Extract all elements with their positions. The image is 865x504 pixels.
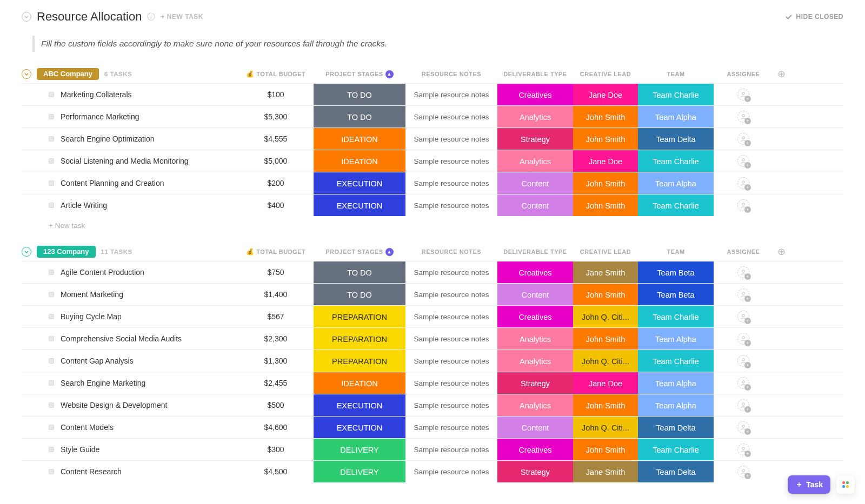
lead-cell[interactable]: John Smith xyxy=(573,194,638,216)
col-notes[interactable]: RESOURCE NOTES xyxy=(405,248,497,255)
assignee-cell[interactable] xyxy=(714,372,773,394)
col-lead[interactable]: CREATIVE LEAD xyxy=(573,71,638,77)
add-column-icon[interactable]: ⊕ xyxy=(773,246,789,258)
task-name-cell[interactable]: Marketing Collaterals xyxy=(22,84,238,105)
deliverable-cell[interactable]: Analytics xyxy=(497,106,573,127)
fab-new-task-button[interactable]: ＋ Task xyxy=(788,475,830,494)
stage-cell[interactable]: DELIVERY xyxy=(314,461,405,482)
lead-cell[interactable]: John Smith xyxy=(573,394,638,416)
task-row[interactable]: Search Engine Marketing $2,455 IDEATION … xyxy=(22,372,843,394)
task-row[interactable]: Article Writing $400 EXECUTION Sample re… xyxy=(22,194,843,216)
budget-cell[interactable]: $750 xyxy=(238,261,314,283)
notes-cell[interactable]: Sample resource notes xyxy=(405,372,497,394)
status-dot-icon[interactable] xyxy=(49,203,54,208)
assignee-empty-icon[interactable] xyxy=(737,199,749,211)
stage-cell[interactable]: TO DO xyxy=(314,84,405,105)
deliverable-cell[interactable]: Content xyxy=(497,172,573,194)
status-dot-icon[interactable] xyxy=(49,380,54,386)
assignee-empty-icon[interactable] xyxy=(737,111,749,123)
task-row[interactable]: Content Gap Analysis $1,300 PREPARATION … xyxy=(22,350,843,372)
assignee-empty-icon[interactable] xyxy=(737,311,749,322)
col-team[interactable]: TEAM xyxy=(638,248,714,255)
task-name-cell[interactable]: Buying Cycle Map xyxy=(22,306,238,327)
task-row[interactable]: Style Guide $300 DELIVERY Sample resourc… xyxy=(22,438,843,460)
notes-cell[interactable]: Sample resource notes xyxy=(405,261,497,283)
notes-cell[interactable]: Sample resource notes xyxy=(405,416,497,438)
budget-cell[interactable]: $2,455 xyxy=(238,372,314,394)
lead-cell[interactable]: Jane Doe xyxy=(573,84,638,105)
notes-cell[interactable]: Sample resource notes xyxy=(405,461,497,482)
assignee-empty-icon[interactable] xyxy=(737,288,749,300)
assignee-empty-icon[interactable] xyxy=(737,155,749,167)
deliverable-cell[interactable]: Strategy xyxy=(497,372,573,394)
task-row[interactable]: Performance Marketing $5,300 TO DO Sampl… xyxy=(22,105,843,127)
budget-cell[interactable]: $400 xyxy=(238,194,314,216)
assignee-cell[interactable] xyxy=(714,106,773,127)
col-lead[interactable]: CREATIVE LEAD xyxy=(573,248,638,255)
col-deliverable[interactable]: DELIVERABLE TYPE xyxy=(497,71,573,77)
fab-apps-button[interactable] xyxy=(836,475,855,494)
task-row[interactable]: Moment Marketing $1,400 TO DO Sample res… xyxy=(22,283,843,305)
lead-cell[interactable]: John Smith xyxy=(573,439,638,460)
task-name-cell[interactable]: Agile Content Production xyxy=(22,261,238,283)
assignee-empty-icon[interactable] xyxy=(737,133,749,145)
assignee-empty-icon[interactable] xyxy=(737,466,749,478)
deliverable-cell[interactable]: Strategy xyxy=(497,461,573,482)
budget-cell[interactable]: $5,000 xyxy=(238,150,314,172)
team-cell[interactable]: Team Alpha xyxy=(638,372,714,394)
team-cell[interactable]: Team Alpha xyxy=(638,172,714,194)
assignee-cell[interactable] xyxy=(714,128,773,150)
notes-cell[interactable]: Sample resource notes xyxy=(405,439,497,460)
stage-cell[interactable]: IDEATION xyxy=(314,150,405,172)
task-name-cell[interactable]: Content Planning and Creation xyxy=(22,172,238,194)
assignee-empty-icon[interactable] xyxy=(737,89,749,100)
budget-cell[interactable]: $500 xyxy=(238,394,314,416)
assignee-cell[interactable] xyxy=(714,416,773,438)
task-row[interactable]: Social Listening and Media Monitoring $5… xyxy=(22,150,843,172)
task-row[interactable]: Content Planning and Creation $200 EXECU… xyxy=(22,172,843,194)
team-cell[interactable]: Team Charlie xyxy=(638,350,714,372)
assignee-cell[interactable] xyxy=(714,306,773,327)
deliverable-cell[interactable]: Content xyxy=(497,416,573,438)
lead-cell[interactable]: John Smith xyxy=(573,106,638,127)
task-name-cell[interactable]: Social Listening and Media Monitoring xyxy=(22,150,238,172)
new-task-row[interactable]: + New task xyxy=(22,216,843,230)
task-name-cell[interactable]: Content Models xyxy=(22,416,238,438)
assignee-empty-icon[interactable] xyxy=(737,333,749,345)
team-cell[interactable]: Team Alpha xyxy=(638,106,714,127)
deliverable-cell[interactable]: Content xyxy=(497,284,573,305)
status-dot-icon[interactable] xyxy=(49,292,54,297)
assignee-cell[interactable] xyxy=(714,284,773,305)
assignee-cell[interactable] xyxy=(714,150,773,172)
team-cell[interactable]: Team Charlie xyxy=(638,84,714,105)
notes-cell[interactable]: Sample resource notes xyxy=(405,194,497,216)
stage-cell[interactable]: PREPARATION xyxy=(314,306,405,327)
group-name-badge[interactable]: ABC Company xyxy=(37,68,99,80)
task-name-cell[interactable]: Content Research xyxy=(22,461,238,482)
task-name-cell[interactable]: Search Engine Optimization xyxy=(22,128,238,150)
budget-cell[interactable]: $100 xyxy=(238,84,314,105)
lead-cell[interactable]: John Q. Citi... xyxy=(573,416,638,438)
lead-cell[interactable]: Jane Smith xyxy=(573,461,638,482)
task-row[interactable]: Marketing Collaterals $100 TO DO Sample … xyxy=(22,83,843,105)
stage-cell[interactable]: IDEATION xyxy=(314,372,405,394)
collapse-all-icon[interactable] xyxy=(22,12,31,22)
col-notes[interactable]: RESOURCE NOTES xyxy=(405,71,497,77)
status-dot-icon[interactable] xyxy=(49,358,54,364)
deliverable-cell[interactable]: Analytics xyxy=(497,350,573,372)
stage-cell[interactable]: TO DO xyxy=(314,284,405,305)
team-cell[interactable]: Team Delta xyxy=(638,416,714,438)
status-dot-icon[interactable] xyxy=(49,270,54,275)
stage-cell[interactable]: EXECUTION xyxy=(314,394,405,416)
assignee-empty-icon[interactable] xyxy=(737,355,749,367)
task-name-cell[interactable]: Performance Marketing xyxy=(22,106,238,127)
lead-cell[interactable]: John Q. Citi... xyxy=(573,306,638,327)
task-row[interactable]: Content Models $4,600 EXECUTION Sample r… xyxy=(22,416,843,438)
stage-cell[interactable]: EXECUTION xyxy=(314,194,405,216)
deliverable-cell[interactable]: Creatives xyxy=(497,306,573,327)
col-assignee[interactable]: ASSIGNEE xyxy=(714,71,773,77)
col-budget[interactable]: TOTAL BUDGET xyxy=(238,70,314,78)
sort-asc-icon[interactable]: ▲ xyxy=(385,248,394,256)
assignee-cell[interactable] xyxy=(714,194,773,216)
assignee-cell[interactable] xyxy=(714,84,773,105)
